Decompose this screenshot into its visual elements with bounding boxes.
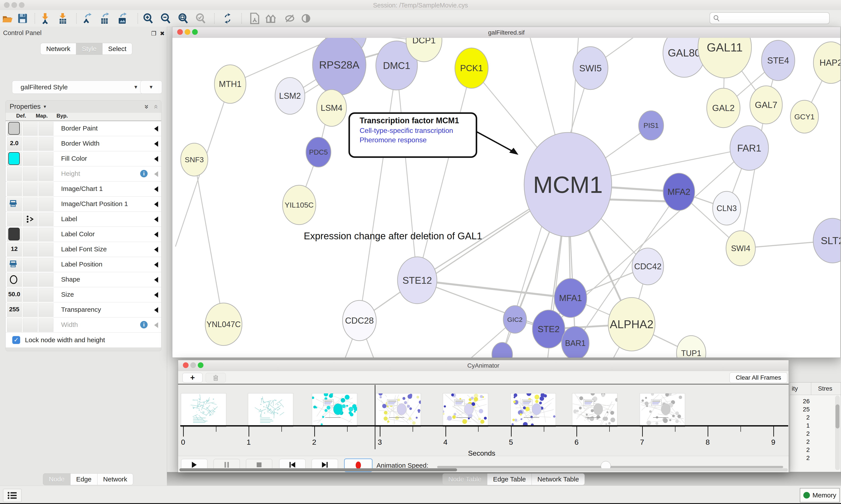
table-cell[interactable]: 2 bbox=[790, 454, 810, 462]
position-icon[interactable] bbox=[9, 200, 17, 209]
node-YNL047C[interactable]: YNL047C bbox=[205, 303, 242, 345]
property-row-height[interactable]: Heighti bbox=[6, 166, 161, 181]
table-cell[interactable]: 25 bbox=[790, 406, 810, 413]
node-STE4[interactable]: STE4 bbox=[762, 40, 795, 80]
task-history-button[interactable] bbox=[3, 489, 21, 502]
network-file-icon[interactable] bbox=[249, 13, 260, 24]
node-PDC5[interactable]: PDC5 bbox=[306, 137, 331, 167]
zoom-selected-icon[interactable] bbox=[195, 13, 206, 24]
network-edge[interactable] bbox=[397, 66, 417, 280]
tab-network[interactable]: Network bbox=[40, 43, 76, 55]
memory-button[interactable]: Memory bbox=[800, 488, 840, 502]
property-row-label-position[interactable]: Label Position bbox=[6, 257, 161, 272]
frame-thumbnail-2[interactable] bbox=[312, 393, 357, 426]
property-row-width[interactable]: Widthi bbox=[6, 318, 161, 332]
shape-ellipse-icon[interactable] bbox=[9, 275, 18, 286]
property-row-image-chart-position-1[interactable]: Image/Chart Position 1 bbox=[6, 197, 161, 212]
tab-edge[interactable]: Edge bbox=[70, 473, 97, 485]
color-swatch[interactable] bbox=[8, 152, 20, 165]
frame-thumbnail-0[interactable] bbox=[181, 393, 226, 426]
frame-thumbnail-3[interactable] bbox=[376, 393, 421, 426]
expand-property-icon[interactable] bbox=[154, 247, 158, 252]
network-edge[interactable] bbox=[359, 66, 397, 321]
property-row-label-font-size[interactable]: 12Label Font Size bbox=[6, 242, 161, 257]
node-TUP1[interactable]: TUP1 bbox=[677, 336, 706, 358]
table-cell[interactable]: 2 bbox=[790, 446, 810, 453]
table-scrollbar[interactable] bbox=[835, 396, 840, 470]
search-input[interactable] bbox=[710, 12, 829, 24]
frame-thumbnail-5[interactable] bbox=[511, 393, 556, 426]
table-scrollbar-thumb[interactable] bbox=[836, 404, 839, 429]
node-YIL105C[interactable]: YIL105C bbox=[283, 185, 316, 224]
save-session-icon[interactable] bbox=[17, 13, 28, 24]
float-panel-icon[interactable]: ❐ bbox=[151, 30, 156, 37]
node-CLN3[interactable]: CLN3 bbox=[713, 191, 741, 225]
expand-property-icon[interactable] bbox=[154, 126, 158, 131]
node-LSM4[interactable]: LSM4 bbox=[317, 90, 346, 126]
node-ALPHA2[interactable]: ALPHA2 bbox=[608, 298, 655, 351]
network-edge[interactable] bbox=[417, 68, 471, 280]
property-row-transparency[interactable]: 255Transparency bbox=[6, 302, 161, 318]
node-CDC28[interactable]: CDC28 bbox=[342, 300, 376, 341]
color-swatch[interactable] bbox=[8, 122, 20, 134]
annotation-box[interactable]: Transcription factor MCM1 Cell-type-spec… bbox=[348, 112, 477, 158]
color-swatch[interactable] bbox=[8, 228, 20, 240]
expand-all-icon[interactable]: » bbox=[143, 105, 151, 109]
node-SWI5[interactable]: SWI5 bbox=[573, 47, 608, 90]
clear-all-frames-button[interactable]: Clear All Frames bbox=[730, 373, 787, 383]
export-image-icon[interactable] bbox=[117, 13, 127, 24]
lock-size-checkbox[interactable]: ✓ bbox=[12, 336, 20, 344]
node-LSM2[interactable]: LSM2 bbox=[275, 77, 305, 114]
frame-thumbnail-1[interactable] bbox=[248, 393, 293, 426]
node-STE2[interactable]: STE2 bbox=[532, 310, 565, 348]
expand-property-icon[interactable] bbox=[154, 307, 158, 313]
node-PIS1[interactable]: PIS1 bbox=[639, 111, 664, 140]
node-GAL11[interactable]: GAL11 bbox=[698, 38, 751, 78]
tab-node-table[interactable]: Node Table bbox=[442, 473, 487, 485]
default-value[interactable]: 255 bbox=[6, 306, 23, 313]
passthrough-mapping-icon[interactable] bbox=[26, 215, 35, 225]
frame-thumbnail-7[interactable] bbox=[640, 393, 685, 426]
node-MFA1[interactable]: MFA1 bbox=[554, 278, 587, 318]
node-PCK1[interactable]: PCK1 bbox=[455, 48, 488, 88]
node-GIC2[interactable]: GIC2 bbox=[503, 306, 526, 333]
collapse-all-icon[interactable]: » bbox=[151, 105, 159, 109]
table-cell[interactable]: 1 bbox=[790, 422, 810, 429]
zoom-in-icon[interactable] bbox=[143, 13, 154, 24]
tab-select[interactable]: Select bbox=[102, 43, 132, 55]
property-row-border-width[interactable]: 2.0Border Width bbox=[6, 136, 161, 151]
property-row-shape[interactable]: Shape bbox=[6, 272, 161, 287]
frame-thumbnail-6[interactable] bbox=[572, 393, 618, 426]
annotation-link-1[interactable]: Cell-type-specific transcription bbox=[360, 127, 476, 134]
cyanimator-hscrollbar-thumb[interactable] bbox=[179, 468, 457, 471]
tab-network-table[interactable]: Network Table bbox=[532, 473, 585, 485]
cyanimator-hscrollbar[interactable] bbox=[179, 468, 788, 471]
node-FAR1[interactable]: FAR1 bbox=[730, 126, 769, 170]
style-selector-dropdown[interactable]: galFiltered Style ▼ bbox=[12, 80, 145, 94]
default-value[interactable]: 2.0 bbox=[6, 140, 23, 147]
network-caption[interactable]: Expression change after deletion of GAL1 bbox=[304, 231, 482, 241]
table-cell[interactable]: 2 bbox=[790, 414, 810, 421]
export-network-icon[interactable] bbox=[82, 13, 92, 24]
node-unlabeled[interactable] bbox=[492, 342, 513, 358]
expand-property-icon[interactable] bbox=[154, 201, 158, 207]
add-frame-button[interactable]: + bbox=[182, 373, 202, 382]
node-BAR1[interactable]: BAR1 bbox=[561, 326, 589, 358]
style-options-button[interactable]: ▼ bbox=[140, 80, 162, 94]
tab-style[interactable]: Style bbox=[76, 43, 102, 55]
refresh-layout-icon[interactable] bbox=[222, 13, 233, 24]
import-network-icon[interactable] bbox=[40, 13, 51, 24]
expand-property-icon[interactable] bbox=[154, 232, 158, 237]
properties-header[interactable]: Properties ▾ » » bbox=[6, 101, 161, 113]
expand-property-icon[interactable] bbox=[154, 156, 158, 162]
import-table-icon[interactable] bbox=[57, 13, 68, 24]
expand-property-icon[interactable] bbox=[154, 186, 158, 192]
expand-property-icon[interactable] bbox=[154, 217, 158, 222]
open-session-icon[interactable] bbox=[2, 13, 13, 24]
node-SWI4[interactable]: SWI4 bbox=[726, 231, 755, 266]
default-value[interactable]: 12 bbox=[6, 246, 23, 252]
node-GAL2[interactable]: GAL2 bbox=[707, 88, 740, 128]
table-cell[interactable]: 2 bbox=[790, 438, 810, 445]
network-window-titlebar[interactable]: galFiltered.sif bbox=[172, 27, 840, 38]
close-panel-icon[interactable]: ✖ bbox=[160, 30, 165, 37]
